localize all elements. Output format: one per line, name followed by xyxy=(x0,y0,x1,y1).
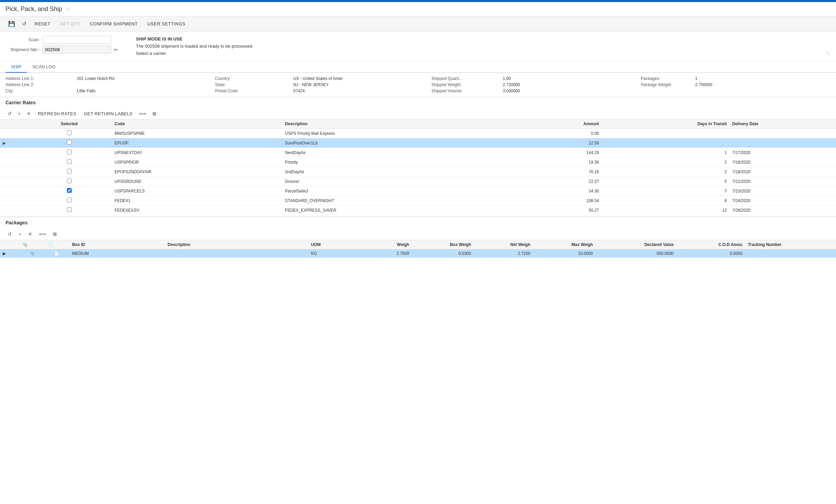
reset-button[interactable]: RESET xyxy=(31,19,55,28)
pkg-row-arrow: ▶ xyxy=(0,249,20,258)
favorite-icon[interactable]: ☆ xyxy=(66,6,70,12)
col-code-cell: USPSPARCELS xyxy=(112,186,282,196)
amount-cell: 34.30 xyxy=(516,186,602,196)
pkg-export-button[interactable]: ⊠ xyxy=(51,230,59,238)
pkg-col-arrow xyxy=(0,240,20,249)
row-checkbox-cell xyxy=(27,186,112,196)
delivery-cell: 7/23/2020 xyxy=(730,186,836,196)
carrier-table-row[interactable]: UPSGROUNDGround22.2757/21/2020 xyxy=(0,177,836,186)
tab-scan-log[interactable]: SCAN LOG xyxy=(27,61,61,73)
carrier-select-checkbox[interactable] xyxy=(67,159,72,164)
transit-cell: 7 xyxy=(602,186,729,196)
address-line2-value xyxy=(77,82,212,87)
save-button[interactable]: 💾 xyxy=(5,19,18,29)
carrier-table-row[interactable]: USPSPRIORPriority19.3927/18/2020 xyxy=(0,157,836,167)
col-code-cell: FEDEXEXSV xyxy=(112,206,282,215)
carrier-select-checkbox[interactable] xyxy=(67,140,72,145)
get-return-labels-button[interactable]: GET RETURN LABELS xyxy=(81,110,135,118)
row-arrow xyxy=(0,177,27,186)
carrier-table-row[interactable]: FEDEX1STANDARD_OVERNIGHT108.5487/24/2020 xyxy=(0,196,836,206)
tab-ship[interactable]: SHIP xyxy=(5,61,27,73)
postal-label: Postal Code: xyxy=(215,89,291,93)
col-desc-cell: FEDEX_EXPRESS_SAVER xyxy=(282,206,516,215)
user-settings-button[interactable]: USER SETTINGS xyxy=(143,19,189,28)
refresh-rates-button[interactable]: REFRESH RATES xyxy=(35,110,79,118)
carrier-rates-table-wrapper: Selected Code Description Amount Days in… xyxy=(0,119,836,215)
delivery-cell: 7/28/2020 xyxy=(730,206,836,215)
carrier-table-row[interactable]: FEDEXEXSVFEDEX_EXPRESS_SAVER50.27127/28/… xyxy=(0,206,836,215)
carrier-select-checkbox[interactable] xyxy=(67,150,72,154)
carrier-refresh-icon-button[interactable]: ↺ xyxy=(5,109,14,118)
amount-cell: 0.00 xyxy=(516,129,602,138)
delivery-cell xyxy=(730,129,836,138)
pkg-col-doc: 📄 xyxy=(45,240,69,249)
row-arrow xyxy=(0,167,27,177)
carrier-table-row[interactable]: EPUPS2NDDAYAIR2ndDayAir76.1627/18/2020 xyxy=(0,167,836,177)
packages-header: Packages xyxy=(0,217,836,228)
shipment-label: Shipment Nbr.: xyxy=(5,47,40,52)
shipment-input[interactable] xyxy=(43,46,111,54)
edit-icon[interactable]: ✏ xyxy=(114,47,118,52)
scan-label: Scan: xyxy=(5,37,40,42)
carrier-add-button[interactable]: + xyxy=(16,109,23,118)
carrier-select-checkbox[interactable] xyxy=(67,178,72,183)
pkg-col-declaredvalue-header: Declared Value xyxy=(596,240,676,249)
delivery-cell: 7/17/2020 xyxy=(730,148,836,157)
col-desc-cell: SurePostOver1Lb xyxy=(282,138,516,148)
reset-icon-button[interactable]: ↺ xyxy=(19,19,29,29)
row-arrow xyxy=(0,157,27,167)
carrier-table-row[interactable]: USPSPARCELSParcelSelect34.3077/23/2020 xyxy=(0,186,836,196)
pkg-delete-button[interactable]: ✕ xyxy=(26,230,34,238)
row-checkbox-cell xyxy=(27,148,112,157)
pkg-col-attachment: 📎 xyxy=(20,240,45,249)
confirm-shipment-button[interactable]: CONFIRM SHIPMENT xyxy=(86,19,142,28)
shipped-qty-value: 1.00 xyxy=(503,76,638,81)
main-toolbar: 💾 ↺ RESET SET QTY CONFIRM SHIPMENT USER … xyxy=(0,16,836,32)
carrier-select-checkbox[interactable] xyxy=(67,198,72,202)
row-checkbox-cell xyxy=(27,177,112,186)
pkg-add-button[interactable]: + xyxy=(16,230,23,238)
amount-cell: 19.39 xyxy=(516,157,602,167)
page-title: Pick, Pack, and Ship xyxy=(5,5,62,13)
carrier-select-checkbox[interactable] xyxy=(67,188,72,193)
fit-columns-button[interactable]: ⟺ xyxy=(137,109,148,118)
row-checkbox-cell xyxy=(27,157,112,167)
pkg-net-weight-cell: 2.7200 xyxy=(474,249,533,258)
transit-cell xyxy=(602,138,729,148)
carrier-table-row[interactable]: ▶EPUSPSurePostOver1Lb12.59 xyxy=(0,138,836,148)
shipment-row: Shipment Nbr.: ✏ xyxy=(5,46,129,54)
carrier-table-row[interactable]: MWSUSPSPMEUSPS Priority Mail Express0.00 xyxy=(0,129,836,138)
pkg-col-codamount-header: C.O.D Amou xyxy=(676,240,745,249)
delivery-cell xyxy=(730,138,836,148)
amount-cell: 12.59 xyxy=(516,138,602,148)
amount-cell: 144.29 xyxy=(516,148,602,157)
empty-label xyxy=(641,89,693,93)
ship-mode-line2: Select a carrier. xyxy=(136,50,818,57)
city-value: Little Falls xyxy=(77,89,212,93)
shipped-qty-label: Shipped Quant... xyxy=(431,76,500,81)
packages-label: Packages: xyxy=(641,76,693,81)
package-table-row[interactable]: ▶📎📄MEDIUMKG2.75000.03002.720010.0000500.… xyxy=(0,249,836,258)
carrier-select-checkbox[interactable] xyxy=(67,169,72,174)
amount-cell: 50.27 xyxy=(516,206,602,215)
amount-cell: 22.27 xyxy=(516,177,602,186)
pkg-cod-amount-cell: 0.0000 xyxy=(676,249,745,258)
scan-row: Scan: xyxy=(5,36,129,44)
pkg-fit-columns-button[interactable]: ⟺ xyxy=(37,230,48,238)
pkg-refresh-button[interactable]: ↺ xyxy=(5,230,14,238)
carrier-select-checkbox[interactable] xyxy=(67,207,72,212)
pkg-tracking-number-cell xyxy=(745,249,836,258)
set-qty-button[interactable]: SET QTY xyxy=(56,19,84,28)
carrier-delete-button[interactable]: ✕ xyxy=(25,109,33,118)
pkg-box-id-cell: MEDIUM xyxy=(69,249,165,258)
carrier-select-checkbox[interactable] xyxy=(67,130,72,135)
col-code-cell: UPSGROUND xyxy=(112,177,282,186)
pkg-description-cell xyxy=(165,249,309,258)
export-button[interactable]: ⊠ xyxy=(150,109,159,118)
country-value: US - United States of Amer xyxy=(293,76,429,81)
shipped-weight-value: 2.720000 xyxy=(503,82,638,87)
carrier-table-row[interactable]: UPSNEXTDAYNextDayAir144.2917/17/2020 xyxy=(0,148,836,157)
col-arrow xyxy=(0,119,27,129)
transit-cell: 2 xyxy=(602,167,729,177)
scan-input[interactable] xyxy=(43,36,111,44)
